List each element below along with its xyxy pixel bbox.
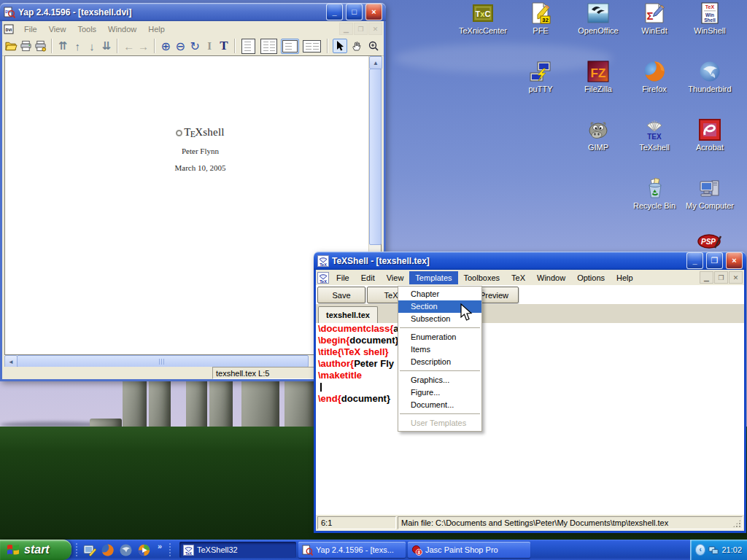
open-icon[interactable] [5,38,18,54]
thunderbird-quicklaunch-icon[interactable] [119,543,133,557]
taskbar-button-label: TeXShell32 [197,545,238,554]
yap-minimize-button[interactable]: _ [326,4,343,20]
yap-mdi-minimize-button[interactable]: ▁ [339,23,353,35]
text-tool-icon[interactable]: T [218,38,231,54]
yap-close-button[interactable]: × [365,4,382,20]
desktop-icon-winshell[interactable]: TeXWinShell WinShell [681,1,738,35]
texshell-menu-templates[interactable]: Templates [409,271,457,284]
zoom-out-icon[interactable]: ⊖ [174,38,187,54]
print-icon[interactable] [20,38,32,54]
tab-texshell-tex[interactable]: texshell.tex [318,306,378,323]
texshell-editor[interactable]: \documentclass{a \begin{document} \title… [316,323,744,515]
texshell-mdi-restore-button[interactable]: ❐ [714,271,728,284]
hand-tool-icon[interactable] [349,39,364,53]
next-page-icon[interactable]: ↓ [86,38,98,54]
desktop-icon-psp[interactable]: PSP [683,233,735,251]
texshell-minimize-button[interactable]: _ [686,252,703,269]
texshell-mdi-close-button[interactable]: ✕ [729,271,743,284]
yap-menu-view[interactable]: View [43,23,72,36]
desktop-icon-my-computer[interactable]: My Computer [681,176,738,210]
back-icon[interactable]: ← [123,38,135,54]
texshell-titlebar[interactable]: TeX TeXShell - [texshell.tex] _ ❐ × [314,252,746,270]
menu-item-items[interactable]: Items [398,343,481,356]
forward-icon[interactable]: → [137,38,150,54]
scroll-thumb[interactable] [369,69,382,245]
desktop-icon-pfe[interactable]: 32 PFE [512,1,569,35]
taskbar-button-paintshoppro[interactable]: 8 Jasc Paint Shop Pro [408,542,530,558]
taskbar-button-texshell32[interactable]: TeX TeXShell32 [179,542,296,558]
last-page-icon[interactable]: ⇊ [101,38,113,54]
menu-item-enumeration[interactable]: Enumeration [398,331,481,343]
desktop-icon-openoffice[interactable]: OpenOffice [570,1,627,35]
media-player-icon[interactable] [137,543,151,557]
desktop-icon-filezilla[interactable]: FZ FileZilla [570,60,627,93]
texshell-menu-edit[interactable]: Edit [355,271,381,284]
menu-item-figure[interactable]: Figure... [398,386,481,399]
texshell-menu-window[interactable]: Window [531,271,571,284]
desktop-icon-acrobat[interactable]: Acrobat [681,118,738,152]
desktop-icon-winedt[interactable]: Σ WinEdt [626,1,683,35]
yap-maximize-button[interactable]: □ [346,4,363,20]
save-button[interactable]: Save [317,287,365,303]
yap-menu-window[interactable]: Window [102,23,142,36]
texshell-frame: TeX File Edit View Templates Toolboxes T… [314,270,746,533]
texshell-close-button[interactable]: × [726,252,743,269]
texshell-menu-file[interactable]: File [330,271,355,284]
previous-page-icon[interactable]: ↑ [71,38,84,54]
code-line: \author{Peter Fly [316,358,744,370]
texshell-restore-button[interactable]: ❐ [706,252,723,269]
scroll-up-button[interactable]: ▲ [369,56,382,69]
start-button[interactable]: start [0,540,71,560]
resize-grip[interactable] [732,519,741,528]
magnify-tool-icon[interactable] [366,39,381,53]
network-icon[interactable] [708,545,719,555]
texshell-menu-toolboxes[interactable]: Toolboxes [458,271,506,284]
yap-mdi-close-button[interactable]: ✕ [368,23,382,35]
ruler-tool-icon[interactable]: I [204,38,216,54]
svg-text:TeX: TeX [320,262,327,266]
select-tool-icon[interactable] [333,39,347,53]
menu-item-user-templates[interactable]: User Templates [398,417,481,429]
texshell-menu-help[interactable]: Help [611,271,639,284]
desktop-icon-gimp[interactable]: GIMP [570,118,627,152]
texshell-menubar: TeX File Edit View Templates Toolboxes T… [316,270,744,286]
show-desktop-icon[interactable] [82,543,96,557]
acrobat-icon [698,118,721,141]
texshell-menu-tex[interactable]: TeX [506,271,531,284]
texshell-menu-options[interactable]: Options [571,271,611,284]
firefox-quicklaunch-icon[interactable] [101,543,115,557]
menu-item-document[interactable]: Document... [398,399,481,411]
zoom-in-icon[interactable]: ⊕ [160,38,172,54]
texshell-mdi-minimize-button[interactable]: ▁ [700,271,713,284]
texshell-menu-view[interactable]: View [381,271,410,284]
first-page-icon[interactable]: ⇈ [57,38,69,54]
desktop-icon-putty[interactable]: puTTY [512,60,569,93]
scroll-thumb[interactable] [17,355,309,368]
yap-mdi-restore-button[interactable]: ❐ [354,23,368,35]
two-page-view-icon[interactable] [301,39,322,54]
desktop-icon-texniccenter[interactable]: TxC TeXnicCenter [454,1,511,35]
taskbar-button-yap[interactable]: Yap 2.4.1596 - [texs... [298,542,406,558]
menu-item-chapter[interactable]: Chapter [398,288,481,300]
yap-menu-tools[interactable]: Tools [71,23,102,36]
desktop-icon-texshell[interactable]: TEX TeXshell [626,118,683,152]
quicklaunch-overflow-chevron[interactable]: » [158,542,162,551]
desktop-icon-thunderbird[interactable]: Thunderbird [681,60,738,93]
print-setup-icon[interactable] [34,38,47,54]
single-page-view-icon[interactable] [240,37,257,55]
page-width-view-icon[interactable] [281,39,299,54]
yap-menu-file[interactable]: File [18,23,43,36]
yap-menu-help[interactable]: Help [142,23,171,36]
desktop-icon-recycle-bin[interactable]: Recycle Bin [626,176,683,210]
refresh-icon[interactable]: ↻ [189,38,201,54]
texshell-tabstrip: texshell.tex [316,304,744,324]
menu-item-description[interactable]: Description [398,356,481,368]
svg-text:TEX: TEX [647,133,662,141]
window-texshell: TeX TeXShell - [texshell.tex] _ ❐ × TeX … [314,252,746,533]
continuous-view-icon[interactable] [259,37,279,55]
yap-titlebar[interactable]: DVI Yap 2.4.1596 - [texshell.dvi] _ □ × [0,3,386,21]
quicklaunch-separator [76,543,80,556]
tray-collapse-chevron[interactable]: ‹ [695,544,705,556]
menu-item-graphics[interactable]: Graphics... [398,374,481,386]
desktop-icon-firefox[interactable]: Firefox [626,60,683,93]
